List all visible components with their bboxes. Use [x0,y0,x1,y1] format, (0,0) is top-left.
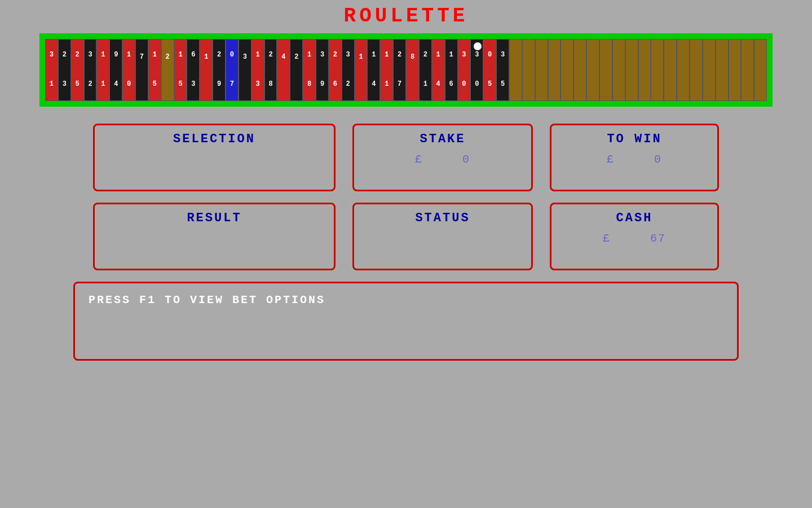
top-panels-row: SELECTION STAKE £ 0 TO WIN £ 0 [45,124,767,191]
selection-panel: SELECTION [93,124,336,191]
stake-panel: STAKE £ 0 [352,124,533,191]
cash-value: £ 67 [603,232,666,245]
status-label: STATUS [415,211,470,225]
to-win-value: £ 0 [607,153,662,166]
cash-label: CASH [616,211,653,225]
wheel-container: 3123253211941071521563129073132842183926… [39,33,773,107]
roulette-ball [474,42,482,50]
status-panel: STATUS [352,203,533,270]
selection-label: SELECTION [173,132,255,146]
bottom-panels-row: RESULT STATUS CASH £ 67 [45,203,767,270]
to-win-panel: TO WIN £ 0 [550,124,719,191]
stake-label: STAKE [420,132,465,146]
stake-value: £ 0 [415,153,470,166]
message-panel: PRESS F1 TO VIEW BET OPTIONS [73,282,739,361]
page-title: ROULETTE [0,0,812,28]
message-text: PRESS F1 TO VIEW BET OPTIONS [89,294,723,306]
to-win-label: TO WIN [607,132,661,146]
result-panel: RESULT [93,203,336,270]
result-label: RESULT [187,211,241,225]
cash-panel: CASH £ 67 [550,203,719,270]
roulette-wheel: 3123253211941071521563129073132842183926… [45,39,767,101]
panels-area: SELECTION STAKE £ 0 TO WIN £ 0 RESULT ST… [45,124,767,361]
